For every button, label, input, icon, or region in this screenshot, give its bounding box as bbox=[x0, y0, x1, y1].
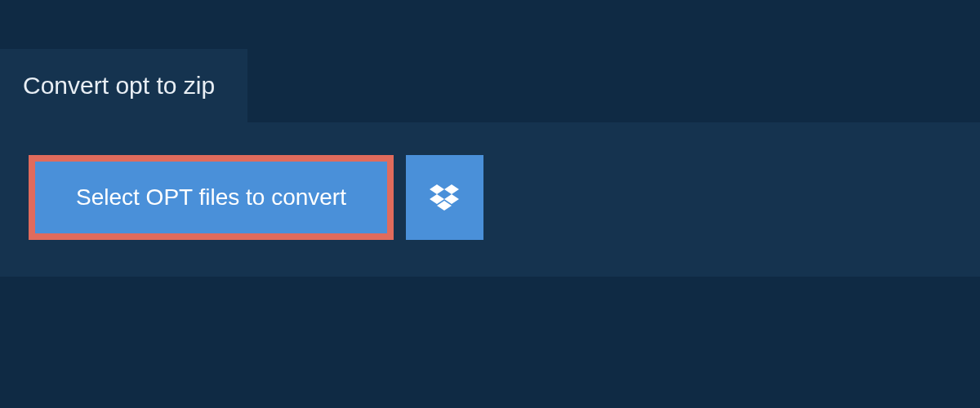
dropbox-button[interactable] bbox=[406, 155, 483, 240]
tab-title: Convert opt to zip bbox=[23, 72, 215, 100]
dropbox-icon bbox=[430, 184, 459, 211]
main-panel: Select OPT files to convert bbox=[0, 122, 980, 277]
tab-header: Convert opt to zip bbox=[0, 49, 247, 122]
select-files-button[interactable]: Select OPT files to convert bbox=[29, 155, 394, 240]
button-row: Select OPT files to convert bbox=[29, 155, 951, 240]
select-files-label: Select OPT files to convert bbox=[76, 184, 346, 211]
